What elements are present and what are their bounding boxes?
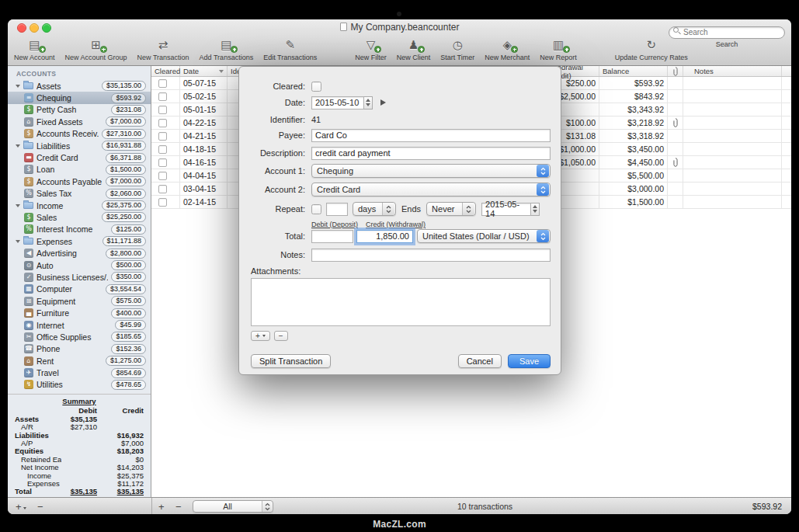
column-header-balance[interactable]: Balance: [599, 66, 668, 76]
currency-popup[interactable]: United States (Dollar / USD): [417, 229, 551, 243]
disclosure-triangle-icon[interactable]: [16, 240, 20, 243]
payee-input[interactable]: [311, 129, 551, 142]
toolbar-button[interactable]: ▽ New Filter: [355, 37, 387, 61]
date-stepper[interactable]: [364, 96, 373, 110]
sidebar-account-item[interactable]: $ Petty Cash $231.08: [8, 104, 151, 116]
minimize-button[interactable]: [30, 23, 39, 33]
repeat-interval-input[interactable]: [326, 203, 348, 216]
calendar-disclosure-icon[interactable]: [380, 99, 386, 106]
disclosure-triangle-icon[interactable]: [16, 85, 20, 88]
sidebar-account-item[interactable]: % Sales Tax $2,060.00: [8, 188, 151, 200]
sidebar-account-item[interactable]: $ Loan $1,500.00: [8, 164, 151, 176]
column-header-cleared[interactable]: Cleared: [151, 66, 180, 76]
total-debit-input[interactable]: [311, 230, 353, 243]
sidebar-account-item[interactable]: Income $25,375.00: [8, 200, 151, 211]
sidebar-account-item[interactable]: ◉ Internet $45.99: [8, 319, 151, 331]
column-header-date[interactable]: Date: [180, 66, 228, 76]
sidebar-account-item[interactable]: ✈ Travel $854.69: [8, 367, 151, 378]
notes-input[interactable]: [311, 249, 551, 262]
filter-popup[interactable]: All: [193, 500, 273, 513]
date-field[interactable]: 2015-05-10: [311, 96, 364, 110]
remove-account-button[interactable]: −: [37, 498, 43, 514]
column-header-notes[interactable]: Notes: [683, 66, 782, 76]
ends-popup[interactable]: Never: [426, 202, 476, 216]
cleared-checkbox[interactable]: [158, 158, 167, 167]
sidebar-account-item[interactable]: ↯ Utilities $478.65: [8, 379, 151, 391]
search-input[interactable]: [669, 26, 785, 39]
total-credit-input[interactable]: [356, 230, 413, 243]
sidebar-account-item[interactable]: ✂ Office Supplies $185.65: [8, 331, 151, 342]
sidebar-account-item[interactable]: ◀ Advertising $2,800.00: [8, 247, 151, 259]
repeat-end-date-stepper[interactable]: [531, 203, 540, 216]
summary-row: Equities $18,203: [15, 447, 144, 455]
remove-attachment-button[interactable]: −: [274, 331, 288, 341]
summary-row-label: Liabilities: [15, 431, 61, 440]
disclosure-triangle-icon[interactable]: [16, 204, 20, 207]
sidebar-account-item[interactable]: ✓ Business Licenses/... $350.00: [8, 271, 151, 283]
split-transaction-button[interactable]: Split Transaction: [251, 354, 331, 368]
toolbar-button[interactable]: ◈ New Merchant: [485, 37, 530, 61]
sidebar-account-item[interactable]: ⌂ Rent $1,275.00: [8, 355, 151, 367]
attachments-dropzone[interactable]: [251, 278, 551, 326]
sidebar-account-item[interactable]: Assets $35,135.00: [8, 80, 151, 92]
close-button[interactable]: [17, 23, 26, 33]
add-account-button[interactable]: +: [16, 498, 26, 514]
toolbar-button[interactable]: ♟ New Client: [397, 37, 431, 61]
cleared-checkbox[interactable]: [158, 172, 167, 180]
repeat-end-date-field[interactable]: 2015-05-14: [481, 203, 531, 216]
column-header-attachment[interactable]: [668, 66, 683, 76]
summary-credit-header: Credit: [97, 406, 144, 415]
sidebar-account-item[interactable]: ⌂ Fixed Assets $7,000.00: [8, 116, 151, 127]
cleared-checkbox[interactable]: [158, 119, 167, 127]
remove-transaction-button[interactable]: −: [175, 498, 182, 514]
description-input[interactable]: [311, 147, 551, 160]
cleared-checkbox[interactable]: [158, 185, 167, 193]
cancel-button[interactable]: Cancel: [458, 354, 502, 368]
toolbar-button[interactable]: ✎ Edit Transactions: [263, 37, 317, 61]
sidebar-account-item[interactable]: ≡ Chequing $593.92: [8, 92, 151, 103]
cleared-checkbox[interactable]: [158, 132, 167, 141]
toolbar-button[interactable]: ⊞ New Account Group: [65, 37, 127, 61]
dialog-buttons: Split Transaction Cancel Save: [251, 354, 551, 368]
add-attachment-button[interactable]: +: [251, 331, 270, 341]
toolbar-button[interactable]: ▤ New Account: [14, 37, 55, 61]
repeat-unit-popup[interactable]: days: [353, 202, 396, 216]
cleared-checkbox[interactable]: [158, 198, 167, 207]
sidebar-account-item[interactable]: Liabilities $16,931.88: [8, 140, 151, 151]
plus-badge-icon: [563, 46, 570, 53]
credit-withdrawal-link[interactable]: Credit (Withdrawal): [366, 221, 426, 228]
account-icon: ◀: [24, 249, 33, 258]
toolbar-button[interactable]: ⇄ New Transaction: [137, 37, 189, 61]
cleared-checkbox[interactable]: [311, 82, 321, 92]
save-button[interactable]: Save: [508, 354, 551, 368]
account1-popup[interactable]: Chequing: [311, 164, 551, 178]
cleared-checkbox[interactable]: [158, 79, 167, 88]
disclosure-triangle-icon[interactable]: [16, 144, 20, 148]
debit-deposit-link[interactable]: Debit (Deposit): [311, 221, 358, 228]
account2-popup[interactable]: Credit Card: [311, 183, 551, 196]
sidebar-account-item[interactable]: ▦ Computer $3,554.54: [8, 283, 151, 295]
toolbar-button[interactable]: ▤ Add Transactions: [200, 37, 254, 61]
sidebar-account-item[interactable]: ☎ Phone $152.36: [8, 343, 151, 355]
sidebar-account-item[interactable]: $ Sales $25,250.00: [8, 211, 151, 223]
sidebar-account-item[interactable]: $ Accounts Payable $7,000.00: [8, 176, 151, 187]
cleared-checkbox[interactable]: [158, 92, 167, 101]
repeat-checkbox[interactable]: [311, 204, 321, 214]
sidebar-account-item[interactable]: ▄ Furniture $400.00: [8, 307, 151, 318]
sidebar-account-item[interactable]: $ Accounts Receiv... $27,310.00: [8, 128, 151, 140]
attachment-cell: [668, 156, 683, 169]
sidebar-account-item[interactable]: ⊙ Auto $500.00: [8, 259, 151, 271]
toolbar-button[interactable]: ◷ Start Timer: [440, 37, 474, 61]
summary-credit-value: $7,000: [97, 439, 144, 447]
add-transaction-button[interactable]: +: [158, 498, 165, 514]
account-balance-badge: $11,171.88: [102, 236, 146, 246]
toolbar-button[interactable]: ▥ New Report: [540, 37, 577, 61]
sidebar-account-item[interactable]: Expenses $11,171.88: [8, 235, 151, 247]
sidebar-account-item[interactable]: ▬ Credit Card $6,371.88: [8, 151, 151, 163]
cleared-checkbox[interactable]: [158, 145, 167, 154]
account-balance-badge: $1,275.00: [106, 356, 146, 366]
sidebar-account-item[interactable]: ⊞ Equipment $575.00: [8, 295, 151, 307]
cleared-checkbox[interactable]: [158, 106, 167, 114]
sidebar-account-item[interactable]: % Interest Income $125.00: [8, 224, 151, 235]
zoom-button[interactable]: [42, 23, 51, 33]
